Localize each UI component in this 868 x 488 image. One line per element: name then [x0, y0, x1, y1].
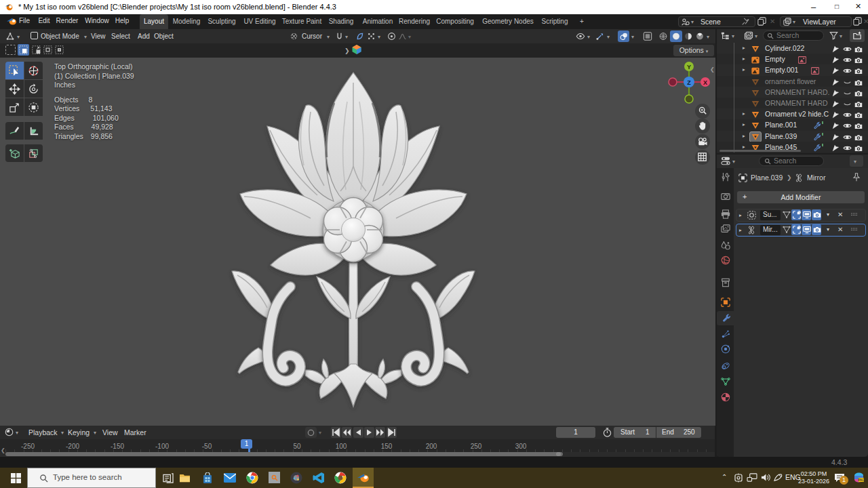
svg-text:PAC: PAC [858, 479, 865, 482]
svg-text:Y: Y [687, 64, 691, 70]
svg-text:X: X [703, 79, 707, 86]
svg-text:Z: Z [687, 79, 691, 86]
